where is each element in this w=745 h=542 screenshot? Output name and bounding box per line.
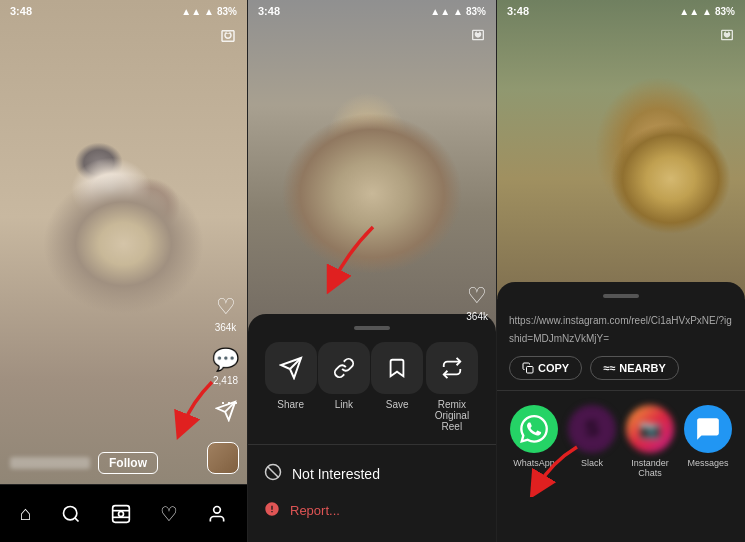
sheet-handle — [354, 326, 390, 330]
svg-point-3 — [64, 506, 77, 519]
side-actions-1: ♡ 364k 💬 2,418 — [212, 294, 239, 422]
remix-label: Remix Original Reel — [424, 399, 479, 432]
nav-profile[interactable] — [207, 504, 227, 524]
bottom-nav-1: ⌂ ♡ — [0, 484, 247, 542]
app-instander[interactable]: 📷 InstanderChats — [626, 405, 674, 478]
comment-button[interactable]: 💬 2,418 — [212, 347, 239, 386]
phone-panel-3: 3:48 ▲▲ ▲ 83% https://www.instagram.com/… — [497, 0, 745, 542]
follow-button[interactable]: Follow — [98, 452, 158, 474]
dog-photo-3 — [497, 0, 745, 298]
report-row[interactable]: Report... — [248, 495, 496, 526]
comment-icon: 💬 — [212, 347, 239, 373]
wifi-icon-2: ▲ — [453, 6, 463, 17]
nav-search[interactable] — [61, 504, 81, 524]
sheet-divider-1 — [248, 444, 496, 445]
instander-label: InstanderChats — [631, 458, 669, 478]
phone-panel-1: 3:48 ▲▲ ▲ 83% ♡ 364k 💬 2,418 ⋮ — [0, 0, 248, 542]
side-actions-2: ♡ 364k — [466, 283, 488, 322]
svg-line-4 — [75, 517, 79, 521]
arrow-indicator-3 — [517, 437, 587, 497]
not-interested-label: Not Interested — [292, 466, 380, 482]
like-count-2: 364k — [466, 311, 488, 322]
wifi-icon-1: ▲ — [204, 6, 214, 17]
share-label: Share — [277, 399, 304, 410]
svg-point-9 — [214, 506, 221, 513]
app-messages[interactable]: Messages — [684, 405, 732, 478]
svg-rect-5 — [112, 505, 129, 522]
time-1: 3:48 — [10, 5, 32, 17]
like-count: 364k — [215, 322, 237, 333]
nearby-button[interactable]: ≈≈ NEARBY — [590, 356, 679, 380]
nav-reels[interactable] — [111, 504, 131, 524]
heart-icon: ♡ — [216, 294, 236, 320]
share-option-share[interactable]: Share — [265, 342, 317, 432]
share-option-save[interactable]: Save — [371, 342, 423, 432]
save-label: Save — [386, 399, 409, 410]
copy-nearby-row: COPY ≈≈ NEARBY — [497, 356, 745, 390]
share-options-row: Share Link Save — [248, 342, 496, 444]
share-sheet-3: https://www.instagram.com/reel/Ci1aHVxPx… — [497, 282, 745, 542]
battery-1: 83% — [217, 6, 237, 17]
camera-icon-3[interactable] — [719, 28, 735, 46]
battery-2: 83% — [466, 6, 486, 17]
status-icons-3: ▲▲ ▲ 83% — [679, 6, 735, 17]
copy-label: COPY — [538, 362, 569, 374]
link-icon — [318, 342, 370, 394]
not-interested-row[interactable]: Not Interested — [248, 453, 496, 495]
sheet-divider-3 — [497, 390, 745, 391]
save-icon — [371, 342, 423, 394]
copy-icon — [522, 362, 534, 374]
time-3: 3:48 — [507, 5, 529, 17]
svg-point-6 — [118, 511, 123, 516]
user-info-1: Follow — [10, 452, 187, 474]
signal-icon-2: ▲▲ — [430, 6, 450, 17]
svg-line-13 — [268, 467, 279, 478]
not-interested-icon — [264, 463, 282, 485]
messages-label: Messages — [687, 458, 728, 468]
like-button-2[interactable]: ♡ 364k — [466, 283, 488, 322]
svg-rect-15 — [527, 366, 534, 373]
username-1 — [10, 457, 90, 469]
copy-button[interactable]: COPY — [509, 356, 582, 380]
sheet-handle-3 — [603, 294, 639, 298]
battery-3: 83% — [715, 6, 735, 17]
nav-heart[interactable]: ♡ — [160, 502, 178, 526]
status-bar-3: 3:48 ▲▲ ▲ 83% — [497, 0, 745, 22]
url-bar: https://www.instagram.com/reel/Ci1aHVxPx… — [497, 310, 745, 356]
time-2: 3:48 — [258, 5, 280, 17]
avatar-1[interactable] — [207, 442, 239, 474]
report-label: Report... — [290, 503, 340, 518]
like-button[interactable]: ♡ 364k — [215, 294, 237, 333]
share-option-remix[interactable]: Remix Original Reel — [424, 342, 479, 432]
remix-icon — [426, 342, 478, 394]
camera-icon[interactable] — [219, 28, 237, 48]
camera-icon-2[interactable] — [470, 28, 486, 45]
phone-panel-2: 3:48 ▲▲ ▲ 83% ♡ 364k — [248, 0, 497, 542]
nearby-icon: ≈≈ — [603, 362, 615, 374]
report-icon — [264, 501, 280, 520]
share-icon — [265, 342, 317, 394]
share-sheet: Share Link Save — [248, 314, 496, 542]
dog-photo-2 — [248, 0, 496, 352]
instander-icon: 📷 — [626, 405, 674, 453]
nearby-label: NEARBY — [619, 362, 665, 374]
url-text: https://www.instagram.com/reel/Ci1aHVxPx… — [509, 315, 732, 344]
heart-icon-2: ♡ — [467, 283, 487, 309]
messages-icon — [684, 405, 732, 453]
status-icons-2: ▲▲ ▲ 83% — [430, 6, 486, 17]
comment-count: 2,418 — [213, 375, 238, 386]
link-label: Link — [335, 399, 353, 410]
send-icon — [215, 400, 237, 422]
signal-icon-3: ▲▲ — [679, 6, 699, 17]
share-option-link[interactable]: Link — [318, 342, 370, 432]
status-bar-2: 3:48 ▲▲ ▲ 83% — [248, 0, 496, 22]
nav-home[interactable]: ⌂ — [20, 502, 32, 525]
status-bar-1: 3:48 ▲▲ ▲ 83% — [0, 0, 247, 22]
status-icons-1: ▲▲ ▲ 83% — [181, 6, 237, 17]
share-button-1[interactable] — [215, 400, 237, 422]
wifi-icon-3: ▲ — [702, 6, 712, 17]
signal-icon-1: ▲▲ — [181, 6, 201, 17]
